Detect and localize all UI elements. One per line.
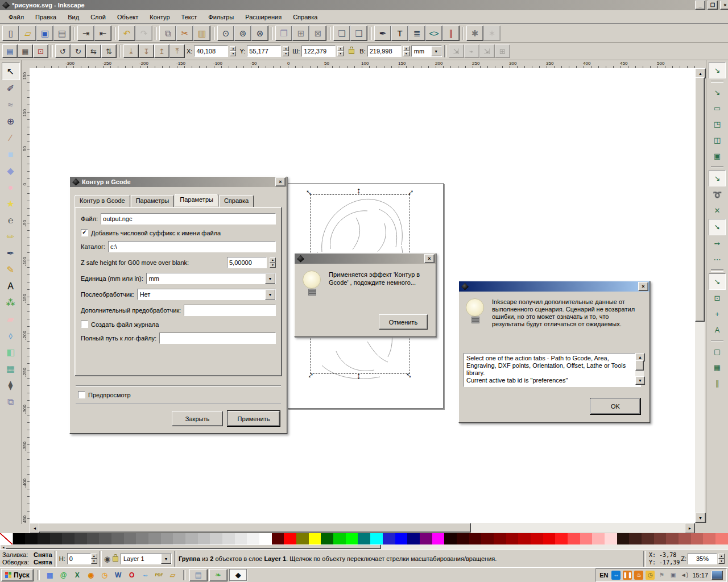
palette-swatch[interactable]: [679, 533, 691, 544]
vertical-scrollbar[interactable]: ▲ ▼: [695, 68, 705, 523]
palette-swatch[interactable]: [136, 533, 148, 544]
palette-swatch[interactable]: [161, 533, 173, 544]
palette-swatch[interactable]: [272, 533, 284, 544]
palette-swatch[interactable]: [703, 533, 715, 544]
apply-button[interactable]: Применить: [228, 411, 280, 426]
palette-swatch[interactable]: [87, 533, 100, 544]
organizer-quicklaunch[interactable]: ◷: [98, 569, 111, 581]
lower-button[interactable]: ↧: [139, 44, 154, 58]
additional-postprocessor-input[interactable]: [184, 305, 276, 316]
palette-swatch[interactable]: [222, 533, 235, 544]
print-button[interactable]: ▤: [53, 26, 71, 41]
inkscape-window-taskbar-button[interactable]: ◆: [229, 569, 247, 581]
palette-swatch[interactable]: [50, 533, 63, 544]
create-log-checkbox[interactable]: [81, 321, 88, 328]
minimize-button[interactable]: _: [695, 1, 705, 10]
palette-swatch[interactable]: [395, 533, 408, 544]
width-spinner[interactable]: ▲▼: [337, 46, 344, 56]
select-all-layers-button[interactable]: ▦: [18, 44, 33, 58]
snap-others[interactable]: ↘: [709, 273, 726, 290]
tool-measure[interactable]: ∕: [2, 130, 19, 146]
file-input[interactable]: [101, 213, 276, 225]
snap-bbox[interactable]: ↘: [709, 85, 725, 100]
x-input[interactable]: [194, 45, 228, 57]
snap-bbox-edge-midpoints[interactable]: ◫: [709, 132, 725, 148]
palette-swatch[interactable]: [642, 533, 654, 544]
palette-swatch[interactable]: [321, 533, 333, 544]
select-all-button[interactable]: ▤: [2, 44, 18, 58]
directory-input[interactable]: [108, 241, 276, 252]
menu-Правка[interactable]: Правка: [30, 12, 61, 22]
show-desktop-button[interactable]: [712, 571, 723, 580]
open-document-button[interactable]: ▱: [19, 26, 36, 41]
lock-ratio-icon[interactable]: [349, 49, 354, 54]
palette-swatch[interactable]: [0, 533, 13, 544]
log-path-input[interactable]: [159, 332, 276, 344]
layer-lock-icon[interactable]: [113, 556, 118, 562]
clock[interactable]: 15:17: [692, 572, 708, 579]
palette-swatch[interactable]: [259, 533, 272, 544]
menu-Вид[interactable]: Вид: [63, 12, 84, 22]
details-scrollbar[interactable]: ▲ ▼: [635, 353, 644, 385]
snap-enable[interactable]: ↘: [709, 62, 726, 78]
unit-combobox[interactable]: mm ▼: [146, 273, 276, 284]
unlink-clone-button[interactable]: ⊠: [309, 26, 326, 41]
network-tray-icon[interactable]: ▣: [668, 571, 677, 580]
zoom-page-button[interactable]: ⊛: [251, 26, 268, 41]
palette-scroll-thumb[interactable]: [6, 544, 381, 549]
tool-rectangle[interactable]: ■: [2, 146, 19, 163]
antivirus-quicklaunch[interactable]: ◉: [85, 569, 97, 581]
palette-swatch[interactable]: [370, 533, 383, 544]
palette-swatch[interactable]: [481, 533, 494, 544]
palette-swatch[interactable]: [296, 533, 309, 544]
palette-swatch[interactable]: [444, 533, 457, 544]
palette-swatch[interactable]: [568, 533, 580, 544]
height-input[interactable]: [367, 45, 402, 57]
flip-horizontal-button[interactable]: ⇆: [86, 44, 101, 58]
copy-button[interactable]: ⧉: [159, 26, 176, 41]
palette-swatch[interactable]: [235, 533, 247, 544]
palette-swatch[interactable]: [62, 533, 75, 544]
excel-quicklaunch[interactable]: X: [71, 569, 84, 581]
snap-nodes[interactable]: ↘: [709, 170, 726, 186]
menu-Слой[interactable]: Слой: [85, 12, 111, 22]
language-indicator[interactable]: EN: [599, 572, 608, 579]
zoom-drawing-button[interactable]: ⊚: [234, 26, 251, 41]
raise-to-top-button[interactable]: ⤒: [169, 44, 185, 58]
opacity-spinner[interactable]: ▲▼: [91, 554, 97, 564]
close-icon[interactable]: ×: [275, 177, 286, 186]
hscroll-thumb[interactable]: [39, 523, 471, 533]
palette-swatch[interactable]: [531, 533, 543, 544]
palette-swatch[interactable]: [124, 533, 136, 544]
opera-quicklaunch[interactable]: O: [126, 569, 138, 581]
palette-swatch[interactable]: [25, 533, 38, 544]
palette-swatch[interactable]: [383, 533, 395, 544]
clock-tray-icon[interactable]: ◷: [646, 571, 655, 580]
zoom-selection-button[interactable]: ⊙: [217, 26, 234, 41]
snap-bbox-centers[interactable]: ▣: [709, 148, 725, 164]
tool-paint-bucket[interactable]: ⬨: [2, 327, 19, 344]
ok-button[interactable]: OK: [590, 398, 640, 414]
tool-calligraphy[interactable]: ✎: [2, 261, 19, 278]
palette-swatch[interactable]: [185, 533, 198, 544]
menu-Файл[interactable]: Файл: [3, 12, 29, 22]
snap-bbox-edges[interactable]: ▭: [709, 101, 725, 116]
tool-zoom[interactable]: ⊕: [2, 113, 19, 130]
palette-swatch[interactable]: [420, 533, 432, 544]
stroke-value[interactable]: Снята: [34, 559, 52, 566]
numeric-suffix-checkbox[interactable]: ✓: [81, 229, 88, 236]
tool-connector[interactable]: ⧉: [2, 393, 19, 410]
palette-swatch[interactable]: [148, 533, 161, 544]
rotate-ccw-button[interactable]: ↺: [55, 44, 71, 58]
palette-scrollbar[interactable]: ◄: [0, 544, 728, 549]
snap-guides[interactable]: ∥: [709, 376, 725, 391]
volume-tray-icon[interactable]: ◄): [680, 571, 689, 580]
teamviewer-tray-icon[interactable]: ⇔: [611, 571, 621, 580]
scroll-down-icon[interactable]: ▼: [695, 513, 706, 523]
palette-swatch[interactable]: [346, 533, 358, 544]
export-button[interactable]: ⇤: [94, 26, 111, 41]
raise-button[interactable]: ↥: [154, 44, 169, 58]
menu-Объект[interactable]: Объект: [112, 12, 143, 22]
palette-swatch[interactable]: [715, 533, 728, 544]
group-button[interactable]: ❏: [333, 26, 350, 41]
